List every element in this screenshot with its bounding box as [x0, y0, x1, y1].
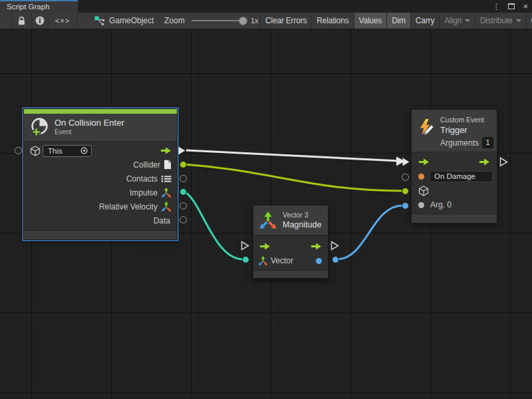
- values-toggle[interactable]: Values: [354, 13, 387, 29]
- target-field[interactable]: This: [43, 145, 92, 157]
- wire-impulse[interactable]: [184, 192, 243, 259]
- port-result-out[interactable]: [332, 256, 339, 263]
- port-label: Impulse: [130, 188, 158, 198]
- port-label: Collider: [133, 160, 160, 170]
- port-target-in[interactable]: [402, 188, 409, 195]
- edit-code-button[interactable]: <×>: [49, 13, 77, 29]
- code-icon: <×>: [55, 17, 70, 25]
- port-contacts-out[interactable]: [180, 175, 187, 182]
- port-event-name-in[interactable]: [402, 174, 409, 181]
- port-relative-velocity-out[interactable]: [180, 202, 187, 209]
- node-footer: [412, 213, 497, 223]
- vector3-icon: [161, 201, 172, 212]
- flow-out-arrow-icon: [311, 243, 322, 250]
- gameobject-cube-icon: [418, 186, 429, 196]
- string-dot-icon: [418, 174, 424, 180]
- event-color-bar: [24, 109, 177, 114]
- flow-out-arrow-icon: [479, 158, 490, 166]
- zoom-slider-handle[interactable]: [239, 17, 247, 25]
- carry-toggle[interactable]: Carry: [410, 13, 439, 29]
- vector3-icon: [161, 188, 172, 198]
- list-icon: [161, 175, 172, 183]
- port-vector-in[interactable]: [242, 256, 249, 263]
- maximize-icon[interactable]: [508, 3, 515, 9]
- info-icon: [35, 16, 45, 25]
- script-graph-window: Script Graph ⋮ ×: [0, 0, 532, 399]
- wire-flow[interactable]: [186, 150, 399, 161]
- flow-out-arrow-icon: [160, 147, 172, 154]
- graph-toolbar: <×> GameObject Zoom 1x Clear Errors Rela…: [0, 13, 532, 29]
- port-flow-in[interactable]: [402, 157, 410, 167]
- wire-magnitude[interactable]: [336, 205, 403, 259]
- node-supertitle: Vector 3: [283, 211, 309, 219]
- flow-in-arrow-icon: [418, 158, 430, 166]
- port-label: Arg. 0: [430, 200, 452, 209]
- collision-event-icon: [29, 117, 50, 138]
- gameobject-cube-icon: [30, 146, 41, 156]
- port-impulse-out[interactable]: [180, 188, 187, 196]
- menu-kebab-icon[interactable]: ⋮: [492, 3, 500, 11]
- chevron-down-icon: [516, 19, 521, 22]
- align-dropdown[interactable]: Align: [439, 13, 475, 29]
- port-flow-out[interactable]: [331, 241, 339, 251]
- event-name-field[interactable]: On Damage: [430, 171, 493, 182]
- node-supertitle: Custom Event: [440, 116, 484, 124]
- graph-canvas[interactable]: On Collision Enter Event This: [0, 29, 532, 399]
- object-dot-icon: [418, 202, 424, 208]
- distribute-dropdown[interactable]: Distribute: [475, 13, 526, 29]
- node-magnitude[interactable]: Vector 3 Magnitude: [253, 205, 329, 279]
- arguments-count-field[interactable]: 1: [482, 137, 493, 148]
- node-footer: [253, 270, 328, 278]
- object-picker-icon[interactable]: [80, 146, 88, 155]
- port-label: Vector: [271, 256, 293, 265]
- document-icon: [164, 160, 172, 170]
- port-collider-out[interactable]: [180, 161, 187, 168]
- gameobject-graph-icon: [94, 16, 104, 25]
- gameobject-context[interactable]: GameObject: [94, 13, 154, 29]
- lock-icon: [18, 17, 25, 25]
- zoom-value: 1x: [251, 13, 259, 29]
- relations-button[interactable]: Relations: [311, 13, 353, 29]
- wire-collider[interactable]: [184, 164, 402, 191]
- dim-toggle[interactable]: Dim: [386, 13, 410, 29]
- chevron-down-icon: [465, 19, 470, 22]
- port-label: Contacts: [126, 174, 158, 184]
- overview-button[interactable]: Overv: [526, 13, 532, 29]
- node-subtitle: Event: [55, 128, 72, 136]
- float-result-dot-icon: [316, 258, 322, 264]
- port-flow-out[interactable]: [499, 157, 508, 167]
- zoom-label: Zoom: [164, 13, 185, 29]
- zoom-slider[interactable]: [192, 20, 247, 21]
- port-data-out[interactable]: [180, 216, 187, 223]
- port-label: Relative Velocity: [99, 202, 158, 211]
- gameobject-label: GameObject: [109, 16, 154, 25]
- close-icon[interactable]: ×: [523, 2, 528, 11]
- inspect-button[interactable]: [32, 13, 49, 29]
- port-event-target-in[interactable]: [15, 147, 22, 154]
- node-trigger-custom-event[interactable]: Custom Event Trigger Arguments 1: [411, 109, 497, 223]
- port-arg0-in[interactable]: [402, 202, 409, 209]
- tab-title: Script Graph: [7, 3, 50, 11]
- node-title: Magnitude: [283, 220, 321, 229]
- lock-button[interactable]: [12, 13, 32, 29]
- custom-event-icon: [418, 118, 436, 136]
- node-title: On Collision Enter: [55, 118, 124, 128]
- node-on-collision-enter[interactable]: On Collision Enter Event This: [23, 108, 178, 240]
- vector3-icon: [259, 211, 277, 230]
- node-footer: [24, 230, 177, 239]
- node-title: Trigger: [440, 125, 467, 135]
- clear-errors-button[interactable]: Clear Errors: [260, 13, 311, 29]
- vector3-icon: [258, 256, 268, 266]
- tab-script-graph[interactable]: Script Graph: [0, 0, 78, 13]
- arguments-label: Arguments: [440, 138, 479, 148]
- port-label: Data: [154, 216, 170, 225]
- tab-bar: Script Graph ⋮ ×: [0, 0, 532, 13]
- port-flow-in[interactable]: [241, 241, 249, 251]
- port-flow-out[interactable]: [178, 146, 186, 156]
- flow-in-arrow-icon: [259, 243, 271, 250]
